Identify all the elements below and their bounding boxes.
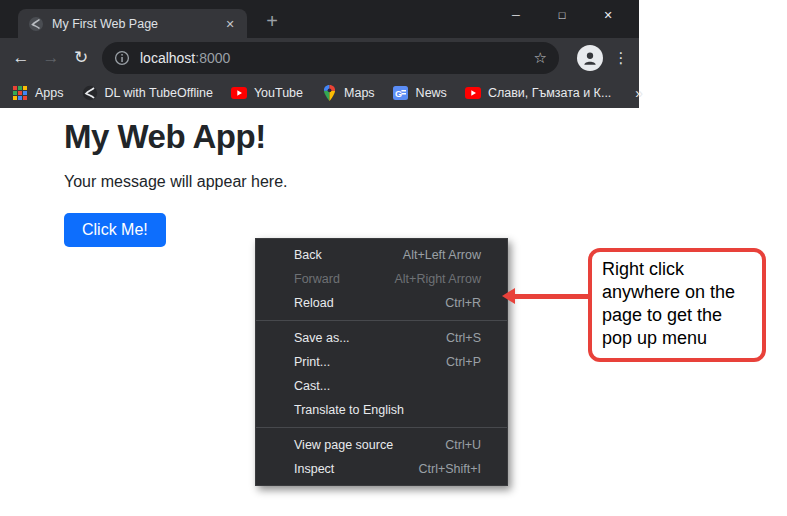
menu-item-reload[interactable]: Reload Ctrl+R [256,291,507,315]
menu-item-shortcut: Ctrl+P [426,355,481,369]
menu-item-shortcut: Ctrl+U [425,438,481,452]
menu-item-label: Save as... [294,331,350,345]
bookmark-star-icon[interactable]: ☆ [532,49,549,67]
menu-item-label: Translate to English [294,403,404,417]
annotation-text: Right click anywhere on the page to get … [602,258,754,350]
menu-item-shortcut: Ctrl+Shift+I [398,462,481,476]
browser-window: My First Web Page ✕ + ─ □ ✕ ← → ↻ localh… [0,0,639,108]
menu-item-label: Cast... [294,379,330,393]
url-port: :8000 [195,50,230,66]
menu-item-shortcut: Alt+Left Arrow [383,248,481,262]
menu-separator [256,320,507,321]
bookmarks-bar: Apps DL with TubeOffline YouTube [0,78,639,108]
menu-item-view-page-source[interactable]: View page source Ctrl+U [256,433,507,457]
reload-button[interactable]: ↻ [66,43,96,73]
apps-grid-icon [12,85,28,101]
tab-strip: My First Web Page ✕ + ─ □ ✕ [0,0,639,38]
bookmark-label: News [416,86,447,100]
annotation-callout: Right click anywhere on the page to get … [588,248,766,362]
menu-item-shortcut: Ctrl+R [425,296,481,310]
globe-favicon-icon [28,16,44,32]
bookmark-label: DL with TubeOffline [105,86,213,100]
menu-item-label: Back [294,248,322,262]
chrome-menu-icon[interactable]: ⋮ [611,49,631,67]
menu-item-forward: Forward Alt+Right Arrow [256,267,507,291]
bookmark-label: Слави, Гъмзата и К... [488,86,611,100]
bookmark-dl-with-tubeoffline[interactable]: DL with TubeOffline [82,85,213,101]
back-button[interactable]: ← [6,43,36,73]
click-me-button[interactable]: Click Me! [64,213,166,247]
globe-icon [82,85,98,101]
bookmark-youtube[interactable]: YouTube [231,85,303,101]
page-content: My Web App! Your message will appear her… [0,108,639,247]
menu-item-shortcut: Alt+Right Arrow [375,272,482,286]
window-controls: ─ □ ✕ [493,0,631,32]
tab-close-icon[interactable]: ✕ [221,15,239,33]
bookmark-apps[interactable]: Apps [12,85,64,101]
menu-item-translate[interactable]: Translate to English [256,398,507,422]
message-text: Your message will appear here. [64,173,639,191]
bookmark-label: YouTube [254,86,303,100]
new-tab-button[interactable]: + [258,8,286,36]
menu-item-label: Forward [294,272,340,286]
minimize-button[interactable]: ─ [493,0,539,32]
person-icon [581,49,599,67]
bookmark-maps[interactable]: Maps [321,85,375,101]
youtube-icon [465,85,481,101]
forward-button[interactable]: → [36,43,66,73]
menu-item-label: Print... [294,355,330,369]
context-menu: Back Alt+Left Arrow Forward Alt+Right Ar… [255,238,508,486]
google-news-icon: G [393,85,409,101]
annotation-arrow-head-icon [502,288,515,304]
menu-item-inspect[interactable]: Inspect Ctrl+Shift+I [256,457,507,481]
bookmark-slavi[interactable]: Слави, Гъмзата и К... [465,85,611,101]
maps-pin-icon [321,85,337,101]
profile-avatar[interactable] [577,45,603,71]
close-window-button[interactable]: ✕ [585,0,631,32]
page-title: My Web App! [64,118,639,156]
youtube-icon [231,85,247,101]
menu-item-label: Reload [294,296,334,310]
url-text[interactable]: localhost:8000 [140,50,532,66]
toolbar: ← → ↻ localhost:8000 ☆ ⋮ [0,38,639,78]
menu-item-label: View page source [294,438,393,452]
menu-item-label: Inspect [294,462,334,476]
annotation-arrow-line [513,294,589,299]
bookmark-label: Apps [35,86,64,100]
bookmark-label: Maps [344,86,375,100]
tab-my-first-web-page[interactable]: My First Web Page ✕ [18,9,247,38]
menu-item-shortcut: Ctrl+S [426,331,481,345]
bookmark-news[interactable]: G News [393,85,447,101]
address-bar[interactable]: localhost:8000 ☆ [102,42,559,74]
site-info-icon[interactable] [114,50,130,66]
tab-title: My First Web Page [52,17,221,31]
menu-separator [256,427,507,428]
url-host: localhost [140,50,195,66]
bookmarks-overflow-chevron-icon[interactable]: » [629,85,649,101]
menu-item-cast[interactable]: Cast... [256,374,507,398]
maximize-button[interactable]: □ [539,0,585,32]
menu-item-save-as[interactable]: Save as... Ctrl+S [256,326,507,350]
svg-text:G: G [395,89,402,99]
menu-item-print[interactable]: Print... Ctrl+P [256,350,507,374]
menu-item-back[interactable]: Back Alt+Left Arrow [256,243,507,267]
